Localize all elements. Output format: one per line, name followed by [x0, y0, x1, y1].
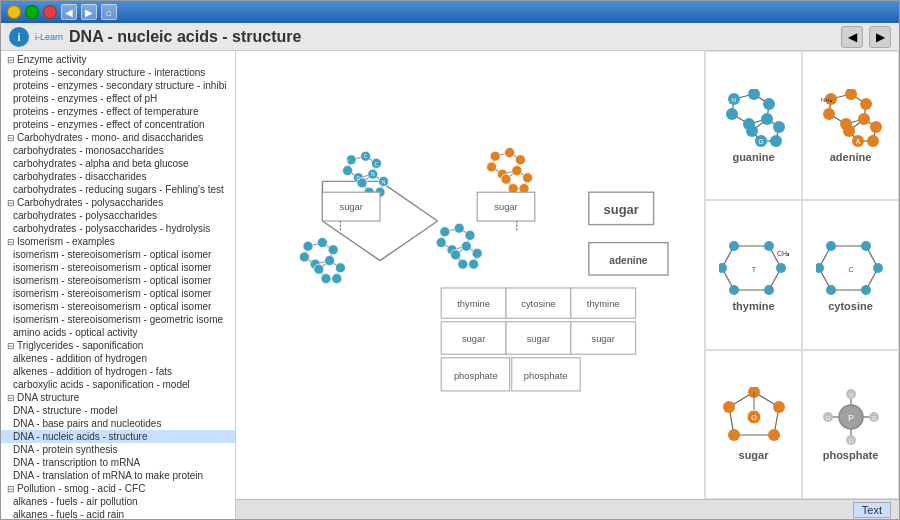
- svg-text:adenine: adenine: [609, 255, 647, 266]
- toolbar-back-button[interactable]: ◀: [841, 26, 863, 48]
- svg-text:O: O: [848, 438, 853, 444]
- sidebar-item-28[interactable]: alkanes - fuels - air pollution: [1, 495, 235, 508]
- main-area: Enzyme activity proteins - secondary str…: [1, 51, 899, 519]
- sidebar-item-4[interactable]: proteins - enzymes - effect of temperatu…: [1, 105, 235, 118]
- sidebar-item-25[interactable]: DNA - protein synthesis: [1, 443, 235, 456]
- cytosine-label: cytosine: [828, 300, 873, 312]
- toolbar-forward-button[interactable]: ▶: [869, 26, 891, 48]
- sidebar-category-pollution[interactable]: Pollution - smog - acid - CFC: [1, 482, 235, 495]
- svg-text:N: N: [731, 97, 735, 103]
- svg-point-161: [860, 98, 872, 110]
- svg-text:cytosine: cytosine: [521, 299, 555, 309]
- minimize-button[interactable]: [7, 5, 21, 19]
- svg-point-172: [729, 241, 739, 251]
- nav-prev-button[interactable]: ◀: [61, 4, 77, 20]
- sidebar-item-19[interactable]: alkenes - addition of hydrogen: [1, 352, 235, 365]
- svg-text:C: C: [375, 161, 379, 167]
- close-button[interactable]: [43, 5, 57, 19]
- svg-point-90: [465, 230, 475, 240]
- sidebar-item-11[interactable]: carbohydrates - polysaccharides - hydrol…: [1, 222, 235, 235]
- svg-text:O: O: [825, 415, 830, 421]
- svg-text:NH₂: NH₂: [821, 97, 833, 103]
- svg-point-174: [776, 263, 786, 273]
- svg-point-160: [845, 89, 857, 100]
- sidebar-item-22[interactable]: DNA - structure - model: [1, 404, 235, 417]
- svg-text:O: O: [848, 392, 853, 398]
- sidebar-item-20[interactable]: alkenes - addition of hydrogen - fats: [1, 365, 235, 378]
- main-window: ◀ ▶ ⌂ i i-Learn DNA - nucleic acids - st…: [0, 0, 900, 520]
- sidebar-item-13[interactable]: isomerism - stereoisomerism - optical is…: [1, 261, 235, 274]
- sugar-card: O sugar: [705, 350, 802, 499]
- svg-text:G: G: [758, 138, 763, 145]
- svg-point-190: [773, 401, 785, 413]
- sidebar-item-21[interactable]: carboxylic acids - saponification - mode…: [1, 378, 235, 391]
- svg-text:C: C: [364, 153, 368, 159]
- svg-line-1: [380, 181, 438, 221]
- sidebar-item-27[interactable]: DNA - translation of mRNA to make protei…: [1, 469, 235, 482]
- svg-text:CH₃: CH₃: [777, 250, 789, 257]
- svg-point-181: [826, 241, 836, 251]
- sidebar-item-24[interactable]: DNA - nucleic acids - structure: [1, 430, 235, 443]
- nav-next-button[interactable]: ▶: [81, 4, 97, 20]
- content-area: N C C N C N G: [236, 51, 899, 519]
- text-button[interactable]: Text: [853, 502, 891, 518]
- sidebar-item-7[interactable]: carbohydrates - alpha and beta glucose: [1, 157, 235, 170]
- svg-point-45: [505, 148, 515, 158]
- svg-point-74: [321, 274, 331, 284]
- title-bar: ◀ ▶ ⌂: [1, 1, 899, 23]
- sidebar-category-triglycerides[interactable]: Triglycerides - saponification: [1, 339, 235, 352]
- sidebar-item-29[interactable]: alkanes - fuels - acid rain: [1, 508, 235, 519]
- sidebar-category-isomerism[interactable]: Isomerism - examples: [1, 235, 235, 248]
- nav-home-button[interactable]: ⌂: [101, 4, 117, 20]
- sidebar-item-16[interactable]: isomerism - stereoisomerism - optical is…: [1, 300, 235, 313]
- svg-point-183: [873, 263, 883, 273]
- sidebar-item-18[interactable]: amino acids - optical activity: [1, 326, 235, 339]
- sidebar-item-6[interactable]: carbohydrates - monosaccharides: [1, 144, 235, 157]
- sidebar-item-14[interactable]: isomerism - stereoisomerism - optical is…: [1, 274, 235, 287]
- adenine-label: adenine: [830, 151, 872, 163]
- svg-point-44: [490, 151, 500, 161]
- svg-point-192: [728, 429, 740, 441]
- svg-point-68: [328, 245, 338, 255]
- molecule-cards-panel: N G guanine: [704, 51, 899, 499]
- svg-point-69: [325, 256, 335, 266]
- sidebar-item-5[interactable]: proteins - enzymes - effect of concentra…: [1, 118, 235, 131]
- svg-point-50: [523, 173, 533, 183]
- sidebar-item-15[interactable]: isomerism - stereoisomerism - optical is…: [1, 287, 235, 300]
- svg-point-175: [764, 285, 774, 295]
- sidebar-category-dna[interactable]: DNA structure: [1, 391, 235, 404]
- sidebar-item-12[interactable]: isomerism - stereoisomerism - optical is…: [1, 248, 235, 261]
- svg-point-168: [843, 125, 855, 137]
- sidebar-category-carbo-poly[interactable]: Carbohydrates - polysaccharides: [1, 196, 235, 209]
- svg-text:sugar: sugar: [339, 202, 362, 212]
- sidebar-item-9[interactable]: carbohydrates - reducing sugars - Fehlin…: [1, 183, 235, 196]
- svg-text:C: C: [848, 266, 853, 273]
- svg-point-193: [723, 401, 735, 413]
- svg-point-142: [773, 121, 785, 133]
- sidebar-item-2[interactable]: proteins - enzymes - secondary structure…: [1, 79, 235, 92]
- sidebar-item-1[interactable]: proteins - secondary structure - interac…: [1, 66, 235, 79]
- sidebar-item-23[interactable]: DNA - base pairs and nucleotides: [1, 417, 235, 430]
- svg-point-66: [303, 241, 313, 251]
- sidebar-item-26[interactable]: DNA - transcription to mRNA: [1, 456, 235, 469]
- svg-point-137: [748, 89, 760, 100]
- sidebar-item-3[interactable]: proteins - enzymes - effect of pH: [1, 92, 235, 105]
- sidebar-category-carbo-mono[interactable]: Carbohydrates - mono- and disaccharides: [1, 131, 235, 144]
- sidebar-item-17[interactable]: isomerism - stereoisomerism - geometric …: [1, 313, 235, 326]
- svg-point-73: [332, 274, 342, 284]
- maximize-button[interactable]: [25, 5, 39, 19]
- sidebar-item-10[interactable]: carbohydrates - polysaccharides: [1, 209, 235, 222]
- guanine-card: N G guanine: [705, 51, 802, 200]
- svg-point-139: [761, 113, 773, 125]
- svg-text:A: A: [316, 276, 321, 283]
- svg-point-176: [729, 285, 739, 295]
- page-title: DNA - nucleic acids - structure: [69, 28, 835, 46]
- title-bar-controls: ◀ ▶ ⌂: [7, 4, 117, 20]
- svg-text:O: O: [871, 415, 876, 421]
- svg-point-165: [870, 121, 882, 133]
- svg-text:N: N: [345, 157, 349, 163]
- sidebar-item-8[interactable]: carbohydrates - disaccharides: [1, 170, 235, 183]
- sidebar-category-enzyme[interactable]: Enzyme activity: [1, 53, 235, 66]
- sidebar[interactable]: Enzyme activity proteins - secondary str…: [1, 51, 236, 519]
- svg-point-47: [512, 166, 522, 176]
